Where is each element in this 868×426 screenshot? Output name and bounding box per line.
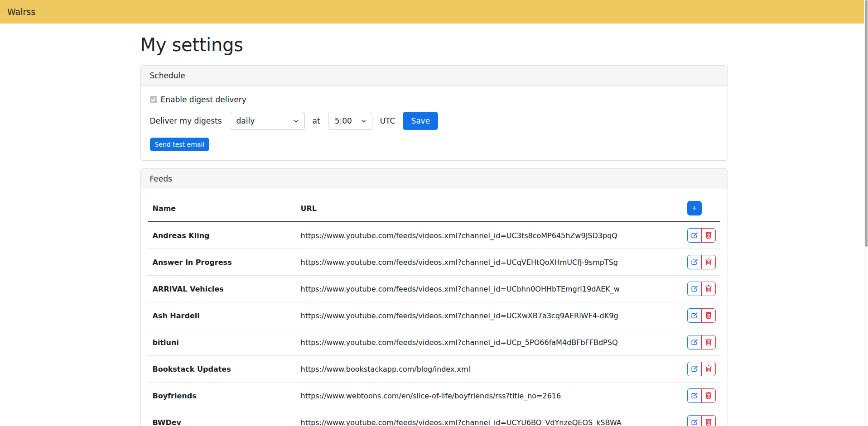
trash-icon (705, 285, 712, 292)
chevron-down-icon (293, 118, 299, 124)
app-brand[interactable]: Walrss (7, 7, 35, 17)
feed-url: https://www.youtube.com/feeds/videos.xml… (296, 409, 683, 426)
schedule-card-body: Enable digest delivery Deliver my digest… (141, 86, 728, 160)
at-label: at (313, 116, 320, 125)
delete-feed-button[interactable] (701, 415, 716, 426)
pencil-square-icon (691, 258, 698, 266)
navbar: Walrss (0, 0, 864, 24)
row-actions (687, 308, 716, 323)
trash-icon (705, 258, 712, 266)
pencil-square-icon (691, 419, 698, 426)
scrollbar-thumb[interactable] (865, 0, 868, 247)
trash-icon (705, 392, 712, 399)
table-row: BWDev https://www.youtube.com/feeds/vide… (148, 409, 720, 426)
feed-name: Bookstack Updates (148, 356, 296, 383)
schedule-card: Schedule Enable digest delivery Deliver … (140, 65, 728, 161)
enable-digest-label: Enable digest delivery (161, 95, 246, 104)
delete-feed-button[interactable] (701, 362, 716, 376)
edit-feed-button[interactable] (687, 335, 702, 349)
row-actions (687, 362, 716, 376)
row-actions (687, 415, 716, 426)
frequency-select-value: daily (236, 116, 255, 125)
schedule-card-header: Schedule (141, 66, 728, 86)
pencil-square-icon (691, 312, 698, 319)
edit-feed-button[interactable] (687, 228, 702, 243)
feed-url: https://www.bookstackapp.com/blog/index.… (296, 356, 683, 383)
frequency-select[interactable]: daily (230, 112, 305, 130)
edit-feed-button[interactable] (687, 308, 702, 323)
table-row: Bookstack Updates https://www.bookstacka… (148, 356, 720, 383)
column-header-actions: + (683, 196, 720, 222)
trash-icon (705, 232, 712, 239)
row-actions (687, 228, 716, 243)
delivery-controls-row: Deliver my digests daily at 5:00 UTC Sav… (150, 112, 719, 130)
page-title: My settings (140, 34, 728, 55)
feed-name: Boyfriends (148, 383, 296, 409)
row-actions (687, 388, 716, 403)
pencil-square-icon (691, 285, 698, 292)
column-header-url: URL (296, 196, 683, 222)
check-icon (151, 97, 156, 102)
table-row: Answer In Progress https://www.youtube.c… (148, 249, 720, 276)
delete-feed-button[interactable] (701, 308, 716, 323)
trash-icon (705, 339, 712, 346)
feed-url: https://www.youtube.com/feeds/videos.xml… (296, 276, 683, 302)
feed-url: https://www.youtube.com/feeds/videos.xml… (296, 222, 683, 249)
feed-url: https://www.youtube.com/feeds/videos.xml… (296, 302, 683, 329)
pencil-square-icon (691, 232, 698, 239)
row-actions (687, 282, 716, 296)
time-select[interactable]: 5:00 (328, 112, 372, 130)
send-test-email-button[interactable]: Send test email (150, 138, 210, 151)
pencil-square-icon (691, 392, 698, 399)
add-feed-button[interactable]: + (687, 201, 702, 215)
feed-name: bitluni (148, 329, 296, 356)
plus-icon: + (692, 204, 697, 212)
delete-feed-button[interactable] (701, 388, 716, 403)
edit-feed-button[interactable] (687, 362, 702, 376)
main-content: My settings Schedule Enable digest deliv… (140, 34, 728, 426)
enable-digest-checkbox[interactable] (150, 96, 157, 103)
table-row: Boyfriends https://www.webtoons.com/en/s… (148, 383, 720, 409)
row-actions (687, 335, 716, 349)
table-row: bitluni https://www.youtube.com/feeds/vi… (148, 329, 720, 356)
table-row: ARRIVAL Vehicles https://www.youtube.com… (148, 276, 720, 302)
delete-feed-button[interactable] (701, 228, 716, 243)
enable-digest-row: Enable digest delivery (150, 95, 719, 104)
feed-name: BWDev (148, 409, 296, 426)
time-select-value: 5:00 (335, 116, 352, 125)
row-actions (687, 255, 716, 269)
edit-feed-button[interactable] (687, 255, 702, 269)
edit-feed-button[interactable] (687, 282, 702, 296)
feeds-card: Feeds Name URL + Andreas Kling https:/ (140, 168, 728, 426)
save-button[interactable]: Save (403, 112, 438, 130)
deliver-label: Deliver my digests (150, 116, 222, 125)
timezone-label: UTC (380, 116, 395, 125)
delete-feed-button[interactable] (701, 282, 716, 296)
feed-name: Andreas Kling (148, 222, 296, 249)
page-scrollbar[interactable] (864, 0, 868, 426)
table-row: Ash Hardell https://www.youtube.com/feed… (148, 302, 720, 329)
trash-icon (705, 365, 712, 373)
feed-name: ARRIVAL Vehicles (148, 276, 296, 302)
edit-feed-button[interactable] (687, 388, 702, 403)
feeds-card-body: Name URL + Andreas Kling https://www.you… (141, 189, 728, 426)
feed-url: https://www.youtube.com/feeds/videos.xml… (296, 329, 683, 356)
feeds-table-header-row: Name URL + (148, 196, 720, 222)
feed-url: https://www.webtoons.com/en/slice-of-lif… (296, 383, 683, 409)
table-row: Andreas Kling https://www.youtube.com/fe… (148, 222, 720, 249)
trash-icon (705, 419, 712, 426)
pencil-square-icon (691, 339, 698, 346)
delete-feed-button[interactable] (701, 335, 716, 349)
feed-name: Ash Hardell (148, 302, 296, 329)
feeds-card-header: Feeds (141, 169, 728, 189)
feeds-table: Name URL + Andreas Kling https://www.you… (148, 196, 720, 426)
trash-icon (705, 312, 712, 319)
delete-feed-button[interactable] (701, 255, 716, 269)
pencil-square-icon (691, 365, 698, 373)
column-header-name: Name (148, 196, 296, 222)
chevron-down-icon (361, 118, 366, 124)
edit-feed-button[interactable] (687, 415, 702, 426)
feed-url: https://www.youtube.com/feeds/videos.xml… (296, 249, 683, 276)
feed-name: Answer In Progress (148, 249, 296, 276)
